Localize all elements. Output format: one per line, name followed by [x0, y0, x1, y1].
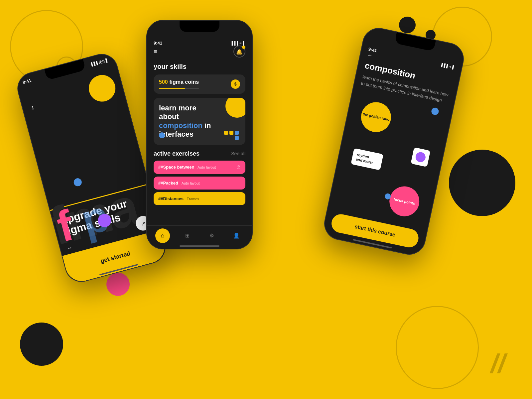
exercise-type-1: Auto layout — [198, 165, 216, 169]
right-blue-dot-top — [431, 107, 439, 116]
coins-label: figma coins — [169, 79, 199, 85]
purple-box — [411, 147, 430, 167]
composition-content-area: the golden ratio rhythmand meter focus p… — [333, 91, 446, 233]
exercise-name-1: #Space between — [161, 165, 194, 170]
rhythm-card[interactable]: rhythmand meter — [351, 148, 383, 170]
exercise-time-icon-1: ⏱ — [236, 165, 241, 170]
right-phone-notch — [394, 32, 436, 52]
center-home-indicator — [180, 245, 219, 247]
progress-fill — [159, 88, 185, 89]
signal-icon: ▐▐▐ — [89, 61, 98, 66]
battery-icon: ▌ — [105, 58, 109, 63]
comp-text-before: learn more about — [159, 104, 197, 121]
left-phone-notch — [44, 59, 86, 80]
left-blue-dot — [73, 177, 82, 187]
nav-grid[interactable]: ⊞ — [180, 228, 195, 243]
left-brand-circle — [86, 72, 118, 105]
golden-ratio-circle[interactable]: the golden ratio — [358, 99, 394, 135]
center-status-time: 9:41 — [154, 41, 162, 46]
phone-center: 9:41 ▐▐▐ ≈ ▌ ≡ 🔔 your skills — [146, 20, 253, 249]
right-wifi-icon: ≈ — [449, 64, 452, 68]
bg-circle-bottom-left-filled — [20, 323, 63, 366]
center-status-icons: ▐▐▐ ≈ ▌ — [230, 41, 245, 45]
phone-left: 9:41 ▐▐▐ ((·)) ▌ ↕ fma f p — [14, 50, 169, 286]
arrow-icon: ↗ — [140, 220, 146, 227]
double-slash-decoration: // — [491, 348, 505, 379]
scroll-arrow-icon: ↕ — [30, 103, 35, 112]
square-blue-1 — [235, 131, 239, 135]
phone-right: 9:41 ▐▐▐ ≈ ▌ ← composition learn the bas… — [321, 25, 467, 258]
golden-ratio-label: the golden ratio — [362, 112, 390, 122]
bg-circle-bottom-right-outline — [396, 306, 479, 389]
start-course-label: start this course — [354, 223, 396, 238]
center-battery-icon: ▌ — [243, 41, 245, 45]
focus-points-circle[interactable]: focus points — [387, 184, 422, 219]
back-button[interactable]: ← — [366, 52, 374, 60]
square-yellow-2 — [229, 131, 233, 135]
square-blue-2 — [235, 136, 239, 140]
exercise-tag-2: ##Packed Auto layout — [158, 181, 200, 186]
coins-amount: 500 — [159, 79, 168, 85]
comp-card-text: learn more about composition in interfac… — [159, 104, 216, 139]
comp-text-highlight: composition — [159, 121, 202, 130]
exercise-name-3: #Distances — [161, 196, 184, 201]
exercise-tag-3: ##Distances Frames — [158, 196, 199, 201]
skills-section-title: your skills — [147, 63, 252, 74]
rhythm-label: rhythmand meter — [355, 152, 379, 166]
coin-icon: $ — [231, 79, 240, 89]
exercise-type-3: Frames — [187, 197, 199, 201]
gear-icon: ⚙ — [209, 232, 214, 239]
nav-home[interactable]: ⌂ — [155, 228, 170, 243]
exercise-name-2: #Packed — [161, 181, 178, 186]
right-signal-icon: ▐▐▐ — [440, 62, 448, 68]
purple-circle — [415, 151, 427, 163]
home-icon: ⌂ — [161, 232, 165, 239]
coins-card: 500 figma coins $ — [154, 74, 245, 94]
right-battery-icon: ▌ — [452, 65, 455, 69]
exercise-tag-1: ##Space between Auto layout — [158, 165, 216, 170]
coins-display: 500 figma coins — [159, 79, 199, 85]
square-yellow-1 — [224, 131, 228, 135]
coin-symbol: $ — [234, 82, 237, 86]
see-all-link[interactable]: See all — [231, 151, 245, 156]
nav-profile[interactable]: 👤 — [229, 228, 244, 243]
exercises-title: active exercises — [154, 150, 200, 157]
profile-icon: 👤 — [233, 232, 240, 239]
center-header: ≡ 🔔 — [147, 46, 252, 63]
exercise-type-2: Auto layout — [182, 181, 200, 185]
center-wifi-icon: ≈ — [239, 41, 241, 45]
comp-card-squares — [224, 131, 239, 140]
comp-card-yellow-circle — [225, 98, 245, 118]
get-started-label[interactable]: get started — [100, 250, 131, 264]
hamburger-icon[interactable]: ≡ — [154, 48, 157, 55]
coins-progress-bar — [159, 88, 199, 89]
left-status-time: 9:41 — [22, 78, 32, 85]
focus-points-label: focus points — [393, 197, 415, 205]
composition-card[interactable]: learn more about composition in interfac… — [154, 98, 245, 145]
bg-dots-top-right — [399, 17, 416, 33]
notification-dot — [242, 46, 245, 49]
wifi-icon: ((·)) — [98, 59, 105, 64]
exercise-item-3[interactable]: ##Distances Frames — [154, 192, 245, 205]
grid-icon: ⊞ — [185, 232, 190, 239]
left-status-icons: ▐▐▐ ((·)) ▌ — [89, 58, 109, 66]
nav-settings[interactable]: ⚙ — [204, 228, 219, 243]
bg-circle-bottom-left-pink — [106, 273, 130, 296]
notification-bell[interactable]: 🔔 — [233, 46, 245, 58]
center-status-bar: 9:41 ▐▐▐ ≈ ▌ — [147, 37, 252, 46]
exercises-header: active exercises See all — [147, 150, 252, 161]
center-signal-icon: ▐▐▐ — [230, 41, 238, 45]
bell-icon: 🔔 — [236, 49, 243, 55]
bg-circle-right-large-filled — [449, 150, 515, 216]
comp-card-blue-dot — [159, 132, 165, 138]
center-phone-notch — [180, 21, 219, 32]
exercise-item-2[interactable]: ##Packed Auto layout — [154, 177, 245, 190]
exercise-item-1[interactable]: ##Space between Auto layout ⏱ — [154, 161, 245, 174]
